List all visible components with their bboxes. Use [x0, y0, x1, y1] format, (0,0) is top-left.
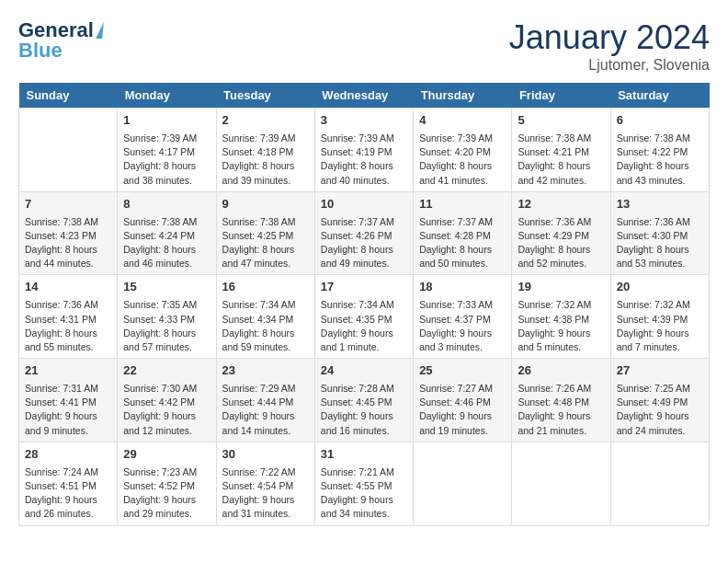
sunrise-text: Sunrise: 7:34 AM: [222, 299, 296, 310]
daylight-text: Daylight: 9 hours and 3 minutes.: [419, 327, 492, 352]
sunset-text: Sunset: 4:18 PM: [222, 146, 294, 157]
sunset-text: Sunset: 4:37 PM: [419, 314, 491, 325]
day-number: 31: [321, 446, 407, 464]
sunrise-text: Sunrise: 7:36 AM: [518, 216, 591, 227]
calendar-cell: 1Sunrise: 7:39 AMSunset: 4:17 PMDaylight…: [118, 109, 216, 192]
day-header-sunday: Sunday: [19, 83, 118, 109]
sunset-text: Sunset: 4:30 PM: [617, 230, 688, 241]
logo-blue: Blue: [18, 39, 63, 63]
day-number: 24: [321, 362, 407, 380]
calendar-cell: 7Sunrise: 7:38 AMSunset: 4:23 PMDaylight…: [19, 191, 118, 275]
sunrise-text: Sunrise: 7:33 AM: [419, 299, 493, 310]
calendar-cell: 27Sunrise: 7:25 AMSunset: 4:49 PMDayligh…: [610, 359, 709, 442]
sunset-text: Sunset: 4:45 PM: [321, 396, 392, 408]
daylight-text: Daylight: 9 hours and 7 minutes.: [617, 327, 689, 352]
day-header-saturday: Saturday: [610, 83, 709, 109]
week-row-2: 7Sunrise: 7:38 AMSunset: 4:23 PMDaylight…: [19, 191, 710, 275]
calendar-table: SundayMondayTuesdayWednesdayThursdayFrid…: [18, 83, 710, 526]
calendar-cell: 9Sunrise: 7:38 AMSunset: 4:25 PMDaylight…: [216, 191, 314, 275]
calendar-cell: 16Sunrise: 7:34 AMSunset: 4:34 PMDayligh…: [216, 275, 314, 359]
day-number: 18: [419, 279, 506, 296]
calendar-cell: 22Sunrise: 7:30 AMSunset: 4:42 PMDayligh…: [118, 359, 216, 442]
day-number: 7: [25, 196, 111, 213]
daylight-text: Daylight: 8 hours and 49 minutes.: [321, 244, 393, 269]
day-number: 28: [25, 446, 111, 464]
day-number: 17: [321, 279, 407, 296]
week-row-1: 1Sunrise: 7:39 AMSunset: 4:17 PMDaylight…: [19, 109, 710, 192]
title-area: January 2024 Ljutomer, Slovenia: [509, 18, 710, 74]
sunrise-text: Sunrise: 7:25 AM: [617, 383, 690, 394]
daylight-text: Daylight: 8 hours and 47 minutes.: [222, 244, 295, 269]
sunrise-text: Sunrise: 7:28 AM: [321, 383, 394, 394]
calendar-cell: 6Sunrise: 7:38 AMSunset: 4:22 PMDaylight…: [610, 109, 709, 192]
sunrise-text: Sunrise: 7:39 AM: [123, 132, 197, 144]
sunrise-text: Sunrise: 7:27 AM: [419, 383, 493, 394]
day-header-thursday: Thursday: [414, 83, 512, 109]
daylight-text: Daylight: 8 hours and 46 minutes.: [123, 244, 196, 269]
calendar-cell: 31Sunrise: 7:21 AMSunset: 4:55 PMDayligh…: [314, 442, 413, 525]
daylight-text: Daylight: 8 hours and 41 minutes.: [419, 160, 492, 185]
calendar-cell: 25Sunrise: 7:27 AMSunset: 4:46 PMDayligh…: [414, 359, 512, 442]
sunrise-text: Sunrise: 7:37 AM: [419, 216, 493, 227]
sunset-text: Sunset: 4:34 PM: [222, 314, 294, 325]
sunset-text: Sunset: 4:48 PM: [518, 396, 589, 408]
calendar-cell: 8Sunrise: 7:38 AMSunset: 4:24 PMDaylight…: [118, 191, 216, 275]
daylight-text: Daylight: 9 hours and 16 minutes.: [321, 410, 393, 435]
sunset-text: Sunset: 4:26 PM: [321, 230, 392, 241]
daylight-text: Daylight: 8 hours and 42 minutes.: [518, 160, 590, 185]
day-number: 13: [617, 196, 703, 213]
day-number: 10: [321, 196, 407, 213]
sunset-text: Sunset: 4:19 PM: [321, 146, 392, 157]
calendar-cell: 23Sunrise: 7:29 AMSunset: 4:44 PMDayligh…: [216, 359, 314, 442]
day-number: 1: [123, 112, 210, 130]
daylight-text: Daylight: 8 hours and 40 minutes.: [321, 160, 393, 185]
daylight-text: Daylight: 8 hours and 59 minutes.: [222, 327, 295, 352]
calendar-cell: 18Sunrise: 7:33 AMSunset: 4:37 PMDayligh…: [414, 275, 512, 359]
calendar-cell: 28Sunrise: 7:24 AMSunset: 4:51 PMDayligh…: [19, 442, 118, 525]
sunrise-text: Sunrise: 7:21 AM: [321, 466, 394, 477]
day-number: 22: [123, 362, 210, 380]
sunset-text: Sunset: 4:42 PM: [123, 396, 195, 408]
daylight-text: Daylight: 9 hours and 29 minutes.: [123, 494, 196, 519]
month-title: January 2024: [509, 18, 710, 57]
day-header-tuesday: Tuesday: [216, 83, 314, 109]
sunset-text: Sunset: 4:25 PM: [222, 230, 294, 241]
day-number: 26: [518, 362, 604, 380]
sunset-text: Sunset: 4:28 PM: [419, 230, 491, 241]
sunset-text: Sunset: 4:21 PM: [518, 146, 589, 157]
sunrise-text: Sunrise: 7:22 AM: [222, 466, 296, 477]
calendar-cell: 15Sunrise: 7:35 AMSunset: 4:33 PMDayligh…: [118, 275, 216, 359]
calendar-cell: 19Sunrise: 7:32 AMSunset: 4:38 PMDayligh…: [512, 275, 610, 359]
sunset-text: Sunset: 4:24 PM: [123, 230, 195, 241]
daylight-text: Daylight: 9 hours and 26 minutes.: [25, 494, 97, 519]
day-number: 29: [123, 446, 210, 464]
calendar-cell: 17Sunrise: 7:34 AMSunset: 4:35 PMDayligh…: [314, 275, 413, 359]
sunrise-text: Sunrise: 7:24 AM: [25, 466, 98, 477]
calendar-cell: 14Sunrise: 7:36 AMSunset: 4:31 PMDayligh…: [19, 275, 118, 359]
sunrise-text: Sunrise: 7:29 AM: [222, 383, 296, 394]
sunrise-text: Sunrise: 7:38 AM: [518, 132, 591, 144]
sunset-text: Sunset: 4:22 PM: [617, 146, 688, 157]
calendar-cell: 12Sunrise: 7:36 AMSunset: 4:29 PMDayligh…: [512, 191, 610, 275]
day-number: 9: [222, 196, 309, 213]
logo: General Blue: [18, 18, 103, 63]
sunrise-text: Sunrise: 7:38 AM: [222, 216, 296, 227]
day-number: 11: [419, 196, 506, 213]
day-number: 19: [518, 279, 604, 296]
sunrise-text: Sunrise: 7:37 AM: [321, 216, 394, 227]
day-number: 21: [25, 362, 111, 380]
sunset-text: Sunset: 4:39 PM: [617, 314, 688, 325]
day-number: 23: [222, 362, 309, 380]
sunset-text: Sunset: 4:38 PM: [518, 314, 589, 325]
calendar-cell: 29Sunrise: 7:23 AMSunset: 4:52 PMDayligh…: [118, 442, 216, 525]
sunset-text: Sunset: 4:52 PM: [123, 480, 195, 491]
calendar-cell: 2Sunrise: 7:39 AMSunset: 4:18 PMDaylight…: [216, 109, 314, 192]
daylight-text: Daylight: 8 hours and 44 minutes.: [25, 244, 97, 269]
calendar-cell: [19, 109, 118, 192]
daylight-text: Daylight: 9 hours and 12 minutes.: [123, 410, 196, 435]
day-number: 5: [518, 112, 604, 130]
daylight-text: Daylight: 9 hours and 14 minutes.: [222, 410, 295, 435]
daylight-text: Daylight: 9 hours and 21 minutes.: [518, 410, 590, 435]
daylight-text: Daylight: 8 hours and 52 minutes.: [518, 244, 590, 269]
daylight-text: Daylight: 8 hours and 38 minutes.: [123, 160, 196, 185]
